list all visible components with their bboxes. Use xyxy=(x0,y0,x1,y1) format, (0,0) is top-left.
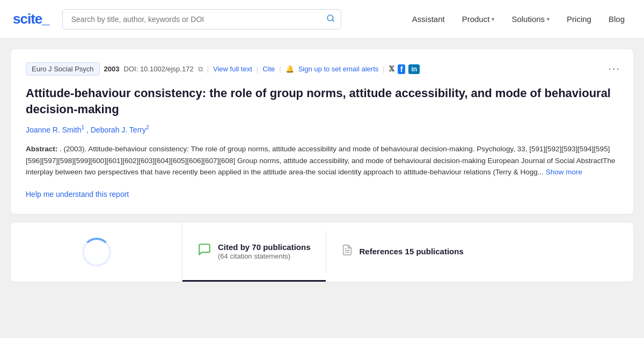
author-1-link[interactable]: Joanne R. Smith1 xyxy=(26,126,86,134)
copy-doi-icon[interactable]: ⧉ xyxy=(198,65,203,74)
search-icon xyxy=(326,14,335,25)
cite-link[interactable]: Cite xyxy=(262,65,275,73)
main-content: Euro J Social Psych 2003 DOI: 10.1002/ej… xyxy=(0,39,644,338)
linkedin-icon[interactable]: in xyxy=(408,64,420,74)
citation-tabs: Cited by 70 publications (64 citation st… xyxy=(182,223,633,282)
svg-line-1 xyxy=(332,20,334,21)
article-authors: Joanne R. Smith1 , Deborah J. Terry2 xyxy=(26,124,618,135)
references-label: References 15 publications xyxy=(360,247,464,256)
search-input[interactable] xyxy=(62,9,341,30)
social-icons: 𝕏 f in xyxy=(389,64,420,74)
main-nav: Assistant Product ▾ Solutions ▾ Pricing … xyxy=(406,10,631,28)
cited-by-label: Cited by 70 publications xyxy=(218,243,311,252)
show-more-link[interactable]: Show more xyxy=(546,168,582,176)
bottom-section: Cited by 70 publications (64 citation st… xyxy=(11,223,633,282)
tab-references-text: References 15 publications xyxy=(360,247,464,256)
abstract-section: Abstract: . (2003). Attitude-behaviour c… xyxy=(26,143,618,178)
nav-item-assistant[interactable]: Assistant xyxy=(406,10,451,28)
logo[interactable]: scite_ xyxy=(13,11,49,27)
facebook-icon[interactable]: f xyxy=(398,64,406,74)
help-understand-link[interactable]: Help me understand this report xyxy=(26,190,129,199)
email-alert-link[interactable]: Sign up to set email alerts xyxy=(298,65,379,73)
tab-cited-by[interactable]: Cited by 70 publications (64 citation st… xyxy=(182,223,326,282)
loading-panel xyxy=(11,223,182,282)
article-doi-label: DOI: 10.1002/ejsp.172 xyxy=(124,65,194,73)
article-title: Attitude-behaviour consistency: the role… xyxy=(26,85,618,117)
chat-bubble-icon xyxy=(197,243,211,260)
bell-icon: 🔔 xyxy=(286,65,294,73)
search-bar-container xyxy=(62,9,341,30)
more-options-button[interactable]: ··· xyxy=(608,62,620,75)
document-icon xyxy=(341,244,353,259)
twitter-icon[interactable]: 𝕏 xyxy=(389,65,394,74)
chevron-down-icon: ▾ xyxy=(547,16,550,22)
citation-statements-label: (64 citation statements) xyxy=(218,252,311,260)
journal-badge: Euro J Social Psych xyxy=(26,62,100,76)
nav-item-pricing[interactable]: Pricing xyxy=(560,10,598,28)
loading-spinner xyxy=(82,238,111,267)
nav-item-solutions[interactable]: Solutions ▾ xyxy=(505,10,556,28)
article-year: 2003 xyxy=(104,65,120,73)
nav-item-blog[interactable]: Blog xyxy=(602,10,631,28)
article-meta: Euro J Social Psych 2003 DOI: 10.1002/ej… xyxy=(26,62,618,76)
tab-cited-by-text: Cited by 70 publications (64 citation st… xyxy=(218,243,311,260)
header: scite_ Assistant Product ▾ Solutions ▾ P… xyxy=(0,0,644,39)
author-2-link[interactable]: Deborah J. Terry2 xyxy=(91,126,149,134)
chevron-down-icon: ▾ xyxy=(492,16,494,22)
nav-item-product[interactable]: Product ▾ xyxy=(456,10,501,28)
tab-references[interactable]: References 15 publications xyxy=(326,223,479,282)
view-full-text-link[interactable]: View full text xyxy=(213,65,252,73)
article-card: Euro J Social Psych 2003 DOI: 10.1002/ej… xyxy=(11,49,633,214)
